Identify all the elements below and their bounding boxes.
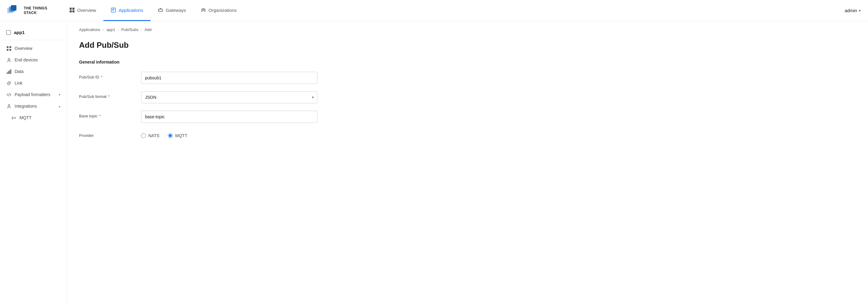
nav-organizations-label: Organizations [209,8,237,13]
breadcrumb-add: Add [145,27,151,32]
provider-mqtt-label: MQTT [175,133,187,138]
svg-point-21 [8,58,10,60]
svg-point-11 [159,10,160,11]
grid-icon [6,45,11,51]
sidebar-item-mqtt[interactable]: MQTT [5,112,67,123]
pubsub-id-label: Pub/Sub ID * [79,72,134,79]
svg-rect-2 [11,5,17,11]
svg-rect-16 [6,30,11,35]
sidebar-mqtt-label: MQTT [20,115,61,120]
svg-rect-4 [72,8,74,10]
nav-item-applications[interactable]: Applications [103,0,151,21]
pubsub-format-select[interactable]: JSON Protobuf [141,91,317,103]
svg-rect-31 [15,117,16,118]
nav-item-overview[interactable]: Overview [62,0,104,21]
breadcrumb-pubsubs[interactable]: Pub/Subs [121,27,138,32]
data-icon [6,69,11,74]
breadcrumb-applications[interactable]: Applications [79,27,100,32]
provider-label: Provider [79,130,134,138]
provider-mqtt-radio[interactable] [168,133,173,138]
devices-icon [6,57,11,63]
svg-rect-22 [7,72,8,74]
svg-rect-19 [7,49,8,51]
top-navigation: THE THINGS STACK Overview [0,0,868,21]
provider-nats-option[interactable]: NATS [141,133,159,138]
logo-icon [7,5,21,16]
pubsub-form: Pub/Sub ID * Pub/Sub format * JSON Proto… [79,72,856,138]
payload-formatters-expand-icon: ▾ [59,93,61,97]
logo-text: THE THINGS STACK [24,6,48,15]
sidebar-item-payload-formatters[interactable]: Payload formatters ▾ [0,89,67,100]
svg-line-26 [8,93,9,96]
base-topic-input[interactable] [141,111,317,123]
form-row-pubsub-id: Pub/Sub ID * [79,72,856,84]
svg-rect-20 [9,49,11,51]
form-row-base-topic: Base topic * [79,111,856,123]
sidebar-item-integrations[interactable]: Integrations ▴ [0,100,67,112]
svg-rect-3 [70,8,72,10]
payload-icon [6,92,11,97]
integrations-expand-icon: ▴ [59,104,61,108]
svg-rect-8 [112,9,115,9]
svg-rect-23 [8,71,9,74]
logo[interactable]: THE THINGS STACK [7,5,48,16]
sidebar-overview-label: Overview [14,46,61,51]
nav-overview-label: Overview [77,8,96,13]
svg-rect-17 [7,46,8,48]
sidebar-item-data[interactable]: Data [0,66,67,77]
pubsub-format-label: Pub/Sub format * [79,91,134,99]
sidebar: app1 Overview End devices [0,21,67,305]
nav-item-organizations[interactable]: Organizations [193,0,244,21]
sidebar-integrations-label: Integrations [14,104,56,109]
provider-nats-label: NATS [148,133,159,138]
svg-rect-25 [10,69,11,74]
sidebar-item-link[interactable]: Link [0,77,67,89]
mqtt-icon [11,115,17,120]
sidebar-end-devices-label: End devices [14,58,61,62]
provider-mqtt-option[interactable]: MQTT [168,133,187,138]
nav-applications-label: Applications [119,8,143,13]
main-content: Applications › app1 › Pub/Subs › Add Add… [67,21,868,305]
svg-point-27 [8,104,10,106]
required-dot-topic: * [98,114,101,118]
page-title: Add Pub/Sub [79,40,856,50]
main-layout: app1 Overview End devices [0,21,868,305]
svg-rect-24 [9,70,10,74]
svg-rect-30 [12,118,13,119]
nav-item-gateways[interactable]: Gateways [151,0,193,21]
integrations-icon [6,103,11,109]
nav-items: Overview Applications [62,0,244,21]
base-topic-label: Base topic * [79,111,134,118]
svg-rect-9 [112,10,114,11]
form-row-provider: Provider NATS MQTT [79,130,856,138]
svg-rect-6 [72,10,74,12]
required-dot-id: * [100,75,103,79]
sidebar-item-overview[interactable]: Overview [0,42,67,54]
integrations-sub-items: MQTT [0,112,67,123]
svg-point-13 [203,8,204,10]
breadcrumb-sep-3: › [141,28,142,32]
pubsub-id-input[interactable] [141,72,317,84]
pubsub-format-select-wrapper: JSON Protobuf ▾ [141,91,317,103]
sidebar-item-end-devices[interactable]: End devices [0,54,67,66]
breadcrumb-sep-2: › [118,28,119,32]
user-menu[interactable]: admin ▾ [845,8,861,13]
breadcrumb: Applications › app1 › Pub/Subs › Add [79,27,856,32]
breadcrumb-app1[interactable]: app1 [106,27,115,32]
form-section-general-info: General information [79,60,856,64]
provider-nats-radio[interactable] [141,133,146,138]
grid-icon [69,7,75,13]
sidebar-link-label: Link [14,81,61,86]
form-row-pubsub-format: Pub/Sub format * JSON Protobuf ▾ [79,91,856,103]
sidebar-app-title: app1 [0,27,67,40]
provider-radio-group: NATS MQTT [141,130,187,138]
link-icon [6,80,11,86]
user-dropdown-arrow: ▾ [859,8,861,13]
svg-point-15 [204,9,206,10]
organizations-icon [201,7,206,13]
sidebar-payload-formatters-label: Payload formatters [14,92,56,97]
user-name: admin [845,8,857,13]
app-square-icon [6,30,11,35]
svg-rect-29 [12,117,13,118]
required-dot-format: * [107,94,110,99]
